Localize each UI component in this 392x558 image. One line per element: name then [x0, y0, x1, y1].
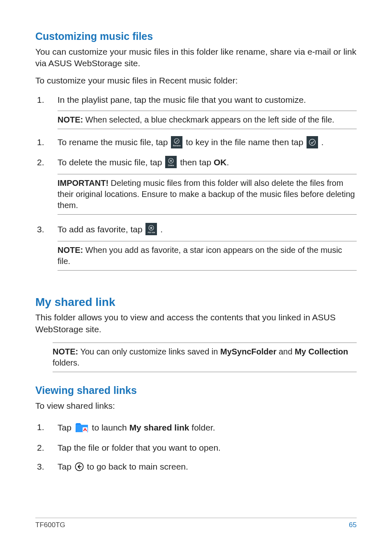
step-text: To rename the music file, tap Rename to …: [58, 137, 357, 149]
step-row: 1. Tap to launch My shared link folder.: [35, 421, 357, 435]
step-row: 3. Tap to go back to main screen.: [35, 461, 357, 472]
text-fragment: folder.: [189, 423, 215, 432]
page-number: 65: [349, 521, 357, 530]
bold-fragment: My shared link: [129, 423, 189, 432]
step-text: Tap to launch My shared link folder.: [58, 421, 357, 435]
note-box: NOTE: You can only customize links saved…: [53, 343, 357, 372]
shared-link-folder-icon[interactable]: [75, 421, 89, 434]
step-text: To add as favorite, tap Add star .: [58, 224, 357, 236]
heading-viewing: Viewing shared links: [35, 384, 357, 398]
step-number: 3.: [35, 224, 58, 235]
note-box: NOTE: When selected, a blue checkmark ap…: [58, 111, 357, 129]
ok-label: OK: [214, 157, 227, 167]
step-row: 3. To add as favorite, tap Add star .: [35, 224, 357, 236]
text-fragment: to go back to main screen.: [87, 462, 188, 471]
lead-para: To view shared links:: [35, 400, 357, 412]
step-number: 1.: [35, 137, 58, 148]
text-fragment: and: [277, 347, 295, 356]
step-text: To delete the music file, tap Delete the…: [58, 157, 357, 169]
icon-label: Delete: [168, 164, 174, 167]
icon-label: Rename: [173, 145, 181, 147]
text-fragment: .: [321, 137, 324, 147]
step-row: 1. To rename the music file, tap Rename …: [35, 137, 357, 149]
text-fragment: .: [226, 157, 229, 167]
text-fragment: To delete the music file, tap: [58, 157, 164, 167]
svg-point-1: [309, 139, 316, 145]
intro-para: This folder allows you to view and acces…: [35, 312, 357, 335]
lead-para: To customize your music files in Recent …: [35, 75, 357, 86]
note-label: NOTE:: [58, 245, 83, 255]
page-footer: TF600TG 65: [35, 518, 357, 530]
icon-label: Add star: [148, 232, 155, 234]
text-fragment: to launch: [92, 423, 129, 432]
heading-customizing: Customizing music files: [35, 30, 357, 44]
step-number: 2.: [35, 157, 58, 168]
text-fragment: .: [160, 225, 163, 234]
back-icon[interactable]: [75, 462, 84, 471]
step-text: Tap to go back to main screen.: [58, 461, 357, 472]
text-fragment: To add as favorite, tap: [58, 225, 145, 234]
step-text: In the playlist pane, tap the music file…: [58, 94, 357, 106]
text-fragment: to key in the file name then tap: [186, 137, 306, 147]
bold-fragment: My Collection: [295, 347, 348, 356]
step-number: 1.: [35, 421, 58, 433]
step-number: 2.: [35, 442, 58, 454]
step-text: Tap the file or folder that you want to …: [58, 442, 357, 454]
intro-para: You can customize your music files in th…: [35, 46, 357, 69]
add-star-icon[interactable]: Add star: [145, 223, 157, 235]
delete-icon[interactable]: Delete: [165, 156, 177, 168]
text-fragment: You can only customize links saved in: [78, 347, 220, 356]
important-label: IMPORTANT!: [58, 178, 108, 188]
step-row: 2. To delete the music file, tap Delete …: [35, 157, 357, 169]
note-label: NOTE:: [58, 115, 83, 124]
important-box: IMPORTANT! Deleting music files from thi…: [58, 174, 357, 215]
text-fragment: then tap: [180, 157, 214, 167]
step-number: 3.: [35, 461, 58, 472]
text-fragment: To rename the music file, tap: [58, 137, 170, 147]
text-fragment: Tap: [58, 423, 74, 432]
note-label: NOTE:: [53, 347, 78, 356]
rename-icon[interactable]: Rename: [171, 136, 182, 148]
step-row: 1. In the playlist pane, tap the music f…: [35, 94, 357, 106]
text-fragment: Tap: [58, 462, 74, 471]
note-body: When you add as favorite, a star icon ap…: [58, 245, 342, 266]
note-box: NOTE: When you add as favorite, a star i…: [58, 241, 357, 271]
text-fragment: folders.: [53, 358, 80, 367]
model-label: TF600TG: [35, 521, 65, 530]
bold-fragment: MySyncFolder: [220, 347, 277, 356]
heading-shared-link: My shared link: [35, 294, 357, 310]
step-number: 1.: [35, 94, 58, 106]
step-row: 2. Tap the file or folder that you want …: [35, 442, 357, 454]
confirm-icon[interactable]: [307, 136, 318, 148]
note-body: When selected, a blue checkmark appears …: [83, 115, 334, 124]
